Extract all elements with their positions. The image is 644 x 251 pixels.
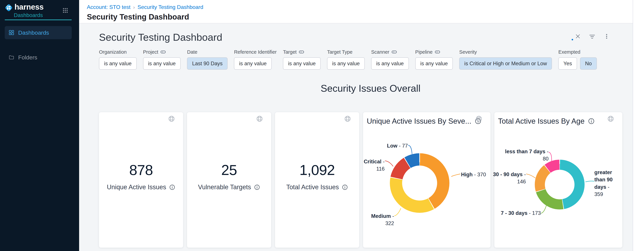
donut-hole <box>545 170 574 199</box>
breadcrumb-page-link[interactable]: Security Testing Dashboard <box>138 4 203 10</box>
filter-target-type: Target Type is any value <box>327 49 365 70</box>
age-donut-chart[interactable] <box>535 160 584 210</box>
app-switcher-icon[interactable] <box>62 8 68 13</box>
filter-label: Organization <box>99 49 126 55</box>
metric-label: Total Active Issues <box>286 184 348 191</box>
main-area: Account: STO test › Security Testing Das… <box>79 0 644 251</box>
filter-label: Reference Identifier <box>234 49 276 55</box>
callout-low: Low - 77 <box>373 142 408 149</box>
filter-value-button[interactable]: is any value <box>283 57 321 70</box>
filter-label: Target Type <box>327 49 352 55</box>
sidebar-item-folders[interactable]: Folders <box>5 51 72 64</box>
link-icon <box>435 50 440 54</box>
callout-greater-than-90-days: greater than 90 days - 359 <box>594 169 615 198</box>
section-title: Security Issues Overall <box>99 83 642 94</box>
callout-30-90-days: 30 - 90 days - 146 <box>484 171 526 185</box>
app-header: Account: STO test › Security Testing Das… <box>79 0 644 23</box>
metric-value: 25 <box>221 163 237 177</box>
filter-label: Severity <box>459 49 477 55</box>
filter-value-button[interactable]: is any value <box>99 57 137 70</box>
scrollbar-track[interactable] <box>633 0 644 251</box>
metric-label: Vulnerable Targets <box>198 184 260 191</box>
filter-value-button[interactable]: is any value <box>415 57 453 70</box>
info-icon[interactable] <box>254 184 260 190</box>
filter-label: Exempted <box>558 49 580 55</box>
brand-wordmark: harness <box>14 2 44 11</box>
filter-label: Pipeline <box>415 49 432 55</box>
callout-critical: Critical - 116 <box>361 158 384 173</box>
folder-icon <box>9 55 14 60</box>
filter-value-button[interactable]: is Critical or High or Medium or Low <box>459 57 552 70</box>
dashboard-panel-title: Security Testing Dashboard <box>99 31 222 43</box>
callout-less-than-7-days: less than 7 days - 80 <box>503 148 548 163</box>
sidebar-divider <box>5 19 72 20</box>
more-options-icon[interactable] <box>604 33 609 39</box>
breadcrumb-separator: › <box>133 4 135 10</box>
tile-vulnerable-targets: 25 Vulnerable Targets <box>187 112 271 248</box>
harness-logo-icon <box>4 3 13 12</box>
callout-7-30-days: 7 - 30 days - 173 <box>500 210 541 217</box>
metric-value: 878 <box>129 163 153 177</box>
globe-icon <box>475 115 482 122</box>
info-icon[interactable] <box>588 118 595 124</box>
sidebar-item-label: Folders <box>18 54 37 61</box>
sidebar: harness Dashboards Dashboards Folders <box>0 0 79 251</box>
dashboards-icon <box>9 30 14 35</box>
globe-icon <box>344 115 351 122</box>
globe-icon <box>168 115 175 122</box>
link-icon <box>160 50 166 54</box>
metric-label: Unique Active Issues <box>107 184 176 191</box>
tile-total-active-issues: 1,092 Total Active Issues <box>275 112 359 248</box>
chart-title: Total Active Issues By Age <box>498 117 595 125</box>
filter-reference-identifier: Reference Identifier is any value <box>234 49 276 70</box>
filter-bar: Organization is any value Project is any… <box>99 49 597 70</box>
filter-project: Project is any value <box>143 49 181 70</box>
filter-label: Date <box>187 49 197 55</box>
filter-scanner: Scanner is any value <box>371 49 409 70</box>
severity-donut-chart[interactable] <box>390 153 450 213</box>
tiles-row: 878 Unique Active Issues 25 V <box>99 112 622 248</box>
link-icon <box>299 50 304 54</box>
filter-label: Scanner <box>371 49 389 55</box>
exempted-no-button[interactable]: No <box>580 57 597 70</box>
filter-exempted: Exempted Yes No <box>558 49 597 70</box>
module-label: Dashboards <box>14 12 43 18</box>
app-root: harness Dashboards Dashboards Folders <box>0 0 644 251</box>
filter-organization: Organization is any value <box>99 49 137 70</box>
globe-icon <box>256 115 263 122</box>
filter-value-button[interactable]: is any value <box>234 57 272 70</box>
filter-value-button[interactable]: is any value <box>143 57 181 70</box>
donut-hole <box>402 166 437 201</box>
filter-date: Date Last 90 Days <box>187 49 228 70</box>
cursor-dot <box>572 39 573 40</box>
filter-pipeline: Pipeline is any value <box>415 49 453 70</box>
filter-value-button[interactable]: Last 90 Days <box>187 57 228 70</box>
sidebar-item-label: Dashboards <box>18 29 49 36</box>
page-title: Security Testing Dashboard <box>87 12 644 21</box>
exempted-yes-button[interactable]: Yes <box>558 57 577 70</box>
dashboard-content: Security Testing Dashboard Organization … <box>79 23 644 251</box>
chart-title: Unique Active Issues By Seve... <box>367 117 464 125</box>
tile-unique-active-issues: 878 Unique Active Issues <box>99 112 183 248</box>
info-icon[interactable] <box>342 184 348 190</box>
filter-severity: Severity is Critical or High or Medium o… <box>459 49 552 70</box>
filter-target: Target is any value <box>283 49 321 70</box>
filter-value-button[interactable]: is any value <box>327 57 365 70</box>
filter-value-button[interactable]: is any value <box>371 57 409 70</box>
link-icon <box>392 50 397 54</box>
filter-label: Target <box>283 49 296 55</box>
filter-label: Project <box>143 49 158 55</box>
close-icon[interactable] <box>575 34 580 39</box>
metric-value: 1,092 <box>300 163 335 177</box>
globe-icon <box>607 115 614 122</box>
sidebar-item-dashboards[interactable]: Dashboards <box>5 26 72 39</box>
breadcrumb: Account: STO test › Security Testing Das… <box>87 4 644 10</box>
tile-total-active-issues-by-age: Total Active Issues By Age <box>494 112 622 248</box>
breadcrumb-account-link[interactable]: Account: STO test <box>87 4 130 10</box>
callout-medium: Medium - 322 <box>364 213 394 227</box>
info-icon[interactable] <box>169 184 175 190</box>
tile-unique-active-issues-by-severity: Unique Active Issues By Seve... <box>363 112 490 248</box>
filter-icon[interactable] <box>589 34 595 39</box>
